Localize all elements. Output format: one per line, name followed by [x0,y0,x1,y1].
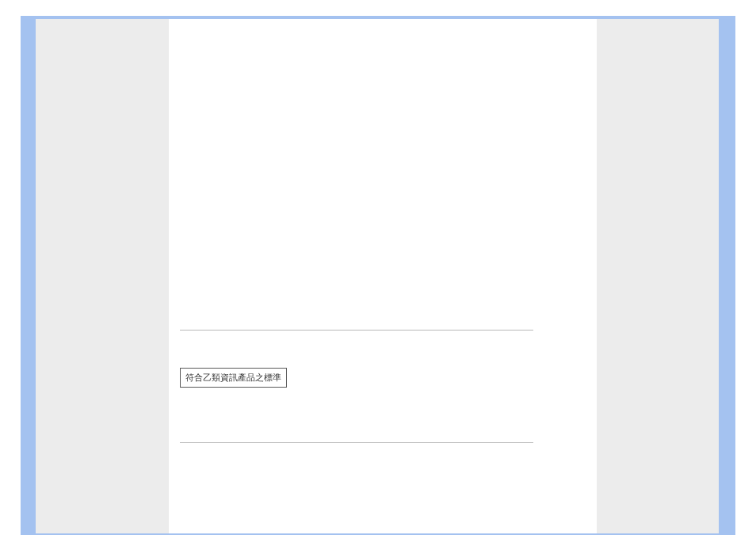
compliance-label-text: 符合乙類資訊產品之標準 [185,373,281,382]
compliance-label-box: 符合乙類資訊產品之標準 [180,368,287,388]
document-viewer-container: 符合乙類資訊產品之標準 [0,0,756,535]
document-page[interactable]: 符合乙類資訊產品之標準 [169,19,597,533]
right-margin-panel [597,19,719,533]
horizontal-divider-bottom [180,442,533,443]
horizontal-divider-top [180,330,533,331]
content-area: 符合乙類資訊產品之標準 [180,19,533,533]
left-margin-panel [36,19,169,533]
